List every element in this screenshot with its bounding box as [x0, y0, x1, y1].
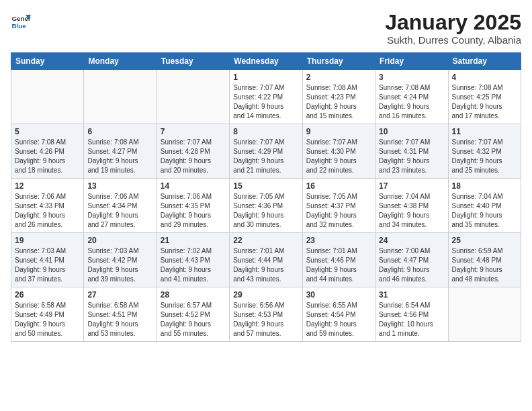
day-cell-7: 7Sunrise: 7:07 AM Sunset: 4:28 PM Daylig… — [157, 124, 229, 179]
week-row-3: 12Sunrise: 7:06 AM Sunset: 4:33 PM Dayli… — [11, 179, 521, 233]
day-number: 2 — [306, 73, 371, 82]
day-cell-3: 3Sunrise: 7:08 AM Sunset: 4:24 PM Daylig… — [375, 70, 448, 124]
day-cell-18: 18Sunrise: 7:04 AM Sunset: 4:40 PM Dayli… — [448, 179, 521, 233]
calendar-title: January 2025 — [385, 11, 521, 34]
day-cell-24: 24Sunrise: 7:00 AM Sunset: 4:47 PM Dayli… — [375, 233, 448, 287]
day-info: Sunrise: 7:01 AM Sunset: 4:46 PM Dayligh… — [306, 246, 371, 284]
day-info: Sunrise: 7:08 AM Sunset: 4:25 PM Dayligh… — [452, 83, 517, 121]
day-number: 29 — [233, 290, 298, 300]
week-row-4: 19Sunrise: 7:03 AM Sunset: 4:41 PM Dayli… — [11, 233, 521, 287]
day-cell-31: 31Sunrise: 6:54 AM Sunset: 4:56 PM Dayli… — [375, 287, 448, 342]
week-row-1: 1Sunrise: 7:07 AM Sunset: 4:22 PM Daylig… — [11, 70, 521, 124]
day-cell-17: 17Sunrise: 7:04 AM Sunset: 4:38 PM Dayli… — [375, 179, 448, 233]
day-cell-2: 2Sunrise: 7:08 AM Sunset: 4:23 PM Daylig… — [302, 70, 375, 124]
day-info: Sunrise: 6:58 AM Sunset: 4:51 PM Dayligh… — [87, 301, 152, 338]
day-cell-empty — [157, 70, 229, 124]
day-info: Sunrise: 7:07 AM Sunset: 4:31 PM Dayligh… — [379, 138, 444, 175]
day-info: Sunrise: 6:57 AM Sunset: 4:52 PM Dayligh… — [161, 301, 226, 338]
day-cell-8: 8Sunrise: 7:07 AM Sunset: 4:29 PM Daylig… — [230, 124, 302, 179]
day-info: Sunrise: 7:06 AM Sunset: 4:33 PM Dayligh… — [15, 192, 80, 230]
day-cell-21: 21Sunrise: 7:02 AM Sunset: 4:43 PM Dayli… — [157, 233, 229, 287]
day-cell-16: 16Sunrise: 7:05 AM Sunset: 4:37 PM Dayli… — [302, 179, 375, 233]
day-number: 3 — [379, 73, 444, 82]
day-number: 16 — [306, 181, 371, 191]
day-info: Sunrise: 6:54 AM Sunset: 4:56 PM Dayligh… — [379, 301, 444, 338]
day-cell-5: 5Sunrise: 7:08 AM Sunset: 4:26 PM Daylig… — [11, 124, 84, 179]
weekday-friday: Friday — [375, 53, 448, 70]
day-number: 25 — [452, 236, 517, 245]
svg-text:Blue: Blue — [12, 22, 27, 30]
day-info: Sunrise: 7:04 AM Sunset: 4:40 PM Dayligh… — [452, 192, 517, 230]
day-cell-26: 26Sunrise: 6:58 AM Sunset: 4:49 PM Dayli… — [11, 287, 84, 342]
day-cell-12: 12Sunrise: 7:06 AM Sunset: 4:33 PM Dayli… — [11, 179, 84, 233]
calendar-subtitle: Sukth, Durres County, Albania — [385, 34, 521, 46]
day-info: Sunrise: 7:05 AM Sunset: 4:37 PM Dayligh… — [306, 192, 371, 230]
day-info: Sunrise: 7:07 AM Sunset: 4:28 PM Dayligh… — [161, 138, 226, 175]
day-info: Sunrise: 7:07 AM Sunset: 4:32 PM Dayligh… — [452, 138, 517, 175]
day-number: 23 — [306, 236, 371, 245]
day-info: Sunrise: 6:55 AM Sunset: 4:54 PM Dayligh… — [306, 301, 371, 338]
day-number: 13 — [87, 181, 152, 191]
weekday-saturday: Saturday — [448, 53, 521, 70]
day-cell-1: 1Sunrise: 7:07 AM Sunset: 4:22 PM Daylig… — [230, 70, 302, 124]
day-info: Sunrise: 7:08 AM Sunset: 4:27 PM Dayligh… — [87, 138, 152, 175]
day-number: 14 — [161, 181, 226, 191]
day-info: Sunrise: 7:06 AM Sunset: 4:35 PM Dayligh… — [161, 192, 226, 230]
day-info: Sunrise: 7:07 AM Sunset: 4:30 PM Dayligh… — [306, 138, 371, 175]
day-cell-10: 10Sunrise: 7:07 AM Sunset: 4:31 PM Dayli… — [375, 124, 448, 179]
weekday-header-row: SundayMondayTuesdayWednesdayThursdayFrid… — [11, 53, 521, 70]
day-cell-27: 27Sunrise: 6:58 AM Sunset: 4:51 PM Dayli… — [84, 287, 157, 342]
day-cell-20: 20Sunrise: 7:03 AM Sunset: 4:42 PM Dayli… — [84, 233, 157, 287]
day-number: 19 — [15, 236, 80, 245]
day-cell-empty — [448, 287, 521, 342]
day-cell-11: 11Sunrise: 7:07 AM Sunset: 4:32 PM Dayli… — [448, 124, 521, 179]
day-info: Sunrise: 7:01 AM Sunset: 4:44 PM Dayligh… — [233, 246, 298, 284]
day-number: 9 — [306, 127, 371, 136]
day-number: 30 — [306, 290, 371, 300]
day-info: Sunrise: 7:03 AM Sunset: 4:41 PM Dayligh… — [15, 246, 80, 284]
day-number: 28 — [161, 290, 226, 300]
day-number: 6 — [87, 127, 152, 136]
logo: General Blue — [11, 11, 31, 31]
day-info: Sunrise: 7:07 AM Sunset: 4:29 PM Dayligh… — [233, 138, 298, 175]
day-number: 18 — [452, 181, 517, 191]
day-cell-9: 9Sunrise: 7:07 AM Sunset: 4:30 PM Daylig… — [302, 124, 375, 179]
day-info: Sunrise: 6:59 AM Sunset: 4:48 PM Dayligh… — [452, 246, 517, 284]
logo-icon: General Blue — [11, 11, 31, 31]
day-number: 4 — [452, 73, 517, 82]
weekday-thursday: Thursday — [302, 53, 375, 70]
day-number: 22 — [233, 236, 298, 245]
day-number: 7 — [161, 127, 226, 136]
day-cell-22: 22Sunrise: 7:01 AM Sunset: 4:44 PM Dayli… — [230, 233, 302, 287]
day-info: Sunrise: 7:06 AM Sunset: 4:34 PM Dayligh… — [87, 192, 152, 230]
weekday-sunday: Sunday — [11, 53, 84, 70]
day-number: 17 — [379, 181, 444, 191]
day-info: Sunrise: 7:03 AM Sunset: 4:42 PM Dayligh… — [87, 246, 152, 284]
day-info: Sunrise: 7:08 AM Sunset: 4:26 PM Dayligh… — [15, 138, 80, 175]
page-header: General Blue January 2025 Sukth, Durres … — [11, 11, 521, 46]
day-info: Sunrise: 7:00 AM Sunset: 4:47 PM Dayligh… — [379, 246, 444, 284]
day-cell-28: 28Sunrise: 6:57 AM Sunset: 4:52 PM Dayli… — [157, 287, 229, 342]
day-number: 1 — [233, 73, 298, 82]
day-info: Sunrise: 7:04 AM Sunset: 4:38 PM Dayligh… — [379, 192, 444, 230]
week-row-2: 5Sunrise: 7:08 AM Sunset: 4:26 PM Daylig… — [11, 124, 521, 179]
day-cell-19: 19Sunrise: 7:03 AM Sunset: 4:41 PM Dayli… — [11, 233, 84, 287]
day-cell-14: 14Sunrise: 7:06 AM Sunset: 4:35 PM Dayli… — [157, 179, 229, 233]
day-cell-empty — [84, 70, 157, 124]
calendar-table: SundayMondayTuesdayWednesdayThursdayFrid… — [11, 52, 521, 342]
day-cell-13: 13Sunrise: 7:06 AM Sunset: 4:34 PM Dayli… — [84, 179, 157, 233]
week-row-5: 26Sunrise: 6:58 AM Sunset: 4:49 PM Dayli… — [11, 287, 521, 342]
weekday-wednesday: Wednesday — [230, 53, 302, 70]
day-info: Sunrise: 6:56 AM Sunset: 4:53 PM Dayligh… — [233, 301, 298, 338]
day-cell-empty — [11, 70, 84, 124]
day-number: 10 — [379, 127, 444, 136]
day-info: Sunrise: 7:02 AM Sunset: 4:43 PM Dayligh… — [161, 246, 226, 284]
day-number: 26 — [15, 290, 80, 300]
weekday-tuesday: Tuesday — [157, 53, 229, 70]
day-number: 12 — [15, 181, 80, 191]
day-number: 15 — [233, 181, 298, 191]
title-block: January 2025 Sukth, Durres County, Alban… — [385, 11, 521, 46]
day-info: Sunrise: 7:05 AM Sunset: 4:36 PM Dayligh… — [233, 192, 298, 230]
day-info: Sunrise: 7:08 AM Sunset: 4:24 PM Dayligh… — [379, 83, 444, 121]
weekday-monday: Monday — [84, 53, 157, 70]
